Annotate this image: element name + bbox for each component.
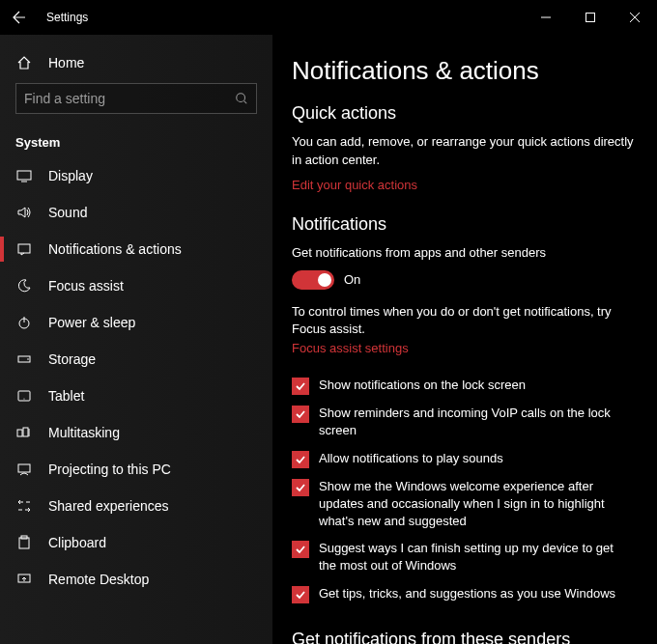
quick-actions-desc: You can add, remove, or rearrange your q… bbox=[292, 133, 634, 170]
checkbox[interactable] bbox=[292, 541, 309, 558]
back-arrow-icon bbox=[12, 10, 27, 25]
checkbox[interactable] bbox=[292, 479, 309, 496]
sidebar-item-display[interactable]: Display bbox=[0, 157, 272, 194]
home-icon bbox=[15, 54, 33, 71]
checkbox[interactable] bbox=[292, 451, 309, 468]
sidebar-item-storage[interactable]: Storage bbox=[0, 341, 272, 378]
checkmark-icon bbox=[295, 408, 306, 420]
svg-rect-10 bbox=[23, 428, 28, 436]
sidebar-item-remote-desktop[interactable]: Remote Desktop bbox=[0, 561, 272, 598]
home-label: Home bbox=[48, 55, 84, 70]
notifications-icon bbox=[15, 240, 33, 258]
sidebar-item-label: Remote Desktop bbox=[48, 572, 149, 587]
edit-quick-actions-link[interactable]: Edit your quick actions bbox=[292, 178, 417, 192]
sidebar-item-sound[interactable]: Sound bbox=[0, 194, 272, 231]
clipboard-icon bbox=[15, 534, 33, 551]
sidebar-item-label: Display bbox=[48, 168, 93, 183]
sidebar-item-label: Notifications & actions bbox=[48, 241, 182, 257]
shared-icon bbox=[15, 497, 33, 515]
sidebar-item-shared-experiences[interactable]: Shared experiences bbox=[0, 488, 272, 524]
sidebar-item-label: Storage bbox=[48, 351, 96, 367]
notifications-toggle[interactable]: On bbox=[292, 270, 634, 290]
check-label: Show me the Windows welcome experience a… bbox=[319, 478, 634, 531]
search-box[interactable] bbox=[15, 83, 257, 114]
checkmark-icon bbox=[295, 380, 306, 392]
notifications-section: Notifications Get notifications from app… bbox=[292, 214, 634, 608]
notifications-title: Notifications bbox=[292, 214, 634, 235]
check-reminders-voip: Show reminders and incoming VoIP calls o… bbox=[292, 400, 634, 444]
svg-point-6 bbox=[27, 358, 29, 360]
display-icon bbox=[15, 167, 33, 184]
check-lock-screen: Show notifications on the lock screen bbox=[292, 372, 634, 400]
quick-actions-title: Quick actions bbox=[292, 103, 634, 124]
window-controls bbox=[524, 0, 657, 35]
checkbox[interactable] bbox=[292, 586, 309, 603]
remote-desktop-icon bbox=[15, 571, 33, 588]
sidebar-item-clipboard[interactable]: Clipboard bbox=[0, 524, 272, 561]
focus-assist-icon bbox=[15, 277, 33, 294]
sidebar-item-label: Focus assist bbox=[48, 278, 124, 294]
toggle-track bbox=[292, 270, 334, 290]
multitasking-icon bbox=[15, 424, 33, 441]
check-label: Allow notifications to play sounds bbox=[319, 450, 503, 467]
checkmark-icon bbox=[295, 454, 306, 465]
home-button[interactable]: Home bbox=[0, 46, 272, 79]
check-label: Show notifications on the lock screen bbox=[319, 377, 526, 394]
svg-rect-11 bbox=[18, 464, 30, 472]
minimize-icon bbox=[540, 12, 552, 23]
sidebar-item-power-sleep[interactable]: Power & sleep bbox=[0, 304, 272, 341]
sidebar-item-label: Multitasking bbox=[48, 425, 120, 440]
sidebar: Home System Display Sound Notifications … bbox=[0, 35, 272, 644]
svg-rect-0 bbox=[586, 14, 595, 22]
sidebar-item-projecting[interactable]: Projecting to this PC bbox=[0, 451, 272, 488]
search-icon bbox=[235, 92, 248, 105]
sound-icon bbox=[15, 204, 33, 221]
toggle-thumb bbox=[318, 273, 331, 287]
tablet-icon bbox=[15, 387, 33, 405]
content-pane: Notifications & actions Quick actions Yo… bbox=[272, 35, 657, 644]
svg-point-8 bbox=[23, 398, 24, 399]
projecting-icon bbox=[15, 461, 33, 478]
search-input[interactable] bbox=[24, 91, 235, 106]
maximize-icon bbox=[585, 12, 596, 23]
check-label: Suggest ways I can finish setting up my … bbox=[319, 540, 634, 574]
check-welcome-experience: Show me the Windows welcome experience a… bbox=[292, 473, 634, 536]
check-play-sounds: Allow notifications to play sounds bbox=[292, 445, 634, 473]
check-label: Show reminders and incoming VoIP calls o… bbox=[319, 405, 634, 439]
sidebar-item-label: Tablet bbox=[48, 388, 84, 404]
sidebar-item-focus-assist[interactable]: Focus assist bbox=[0, 267, 272, 304]
check-label: Get tips, tricks, and suggestions as you… bbox=[319, 585, 615, 602]
power-icon bbox=[15, 314, 33, 331]
focus-assist-hint: To control times when you do or don't ge… bbox=[292, 303, 634, 340]
window-title: Settings bbox=[46, 11, 88, 24]
sidebar-item-label: Projecting to this PC bbox=[48, 462, 171, 477]
toggle-state-label: On bbox=[344, 272, 360, 287]
sidebar-item-notifications[interactable]: Notifications & actions bbox=[0, 231, 272, 267]
sidebar-item-label: Power & sleep bbox=[48, 315, 135, 330]
focus-assist-link[interactable]: Focus assist settings bbox=[292, 341, 409, 355]
checkbox[interactable] bbox=[292, 406, 309, 423]
sidebar-item-multitasking[interactable]: Multitasking bbox=[0, 414, 272, 451]
sidebar-nav: Display Sound Notifications & actions Fo… bbox=[0, 157, 272, 598]
svg-rect-3 bbox=[18, 244, 30, 253]
checkmark-icon bbox=[295, 589, 306, 601]
svg-rect-12 bbox=[19, 538, 29, 548]
sidebar-item-label: Shared experiences bbox=[48, 498, 169, 514]
senders-heading: Get notifications from these senders bbox=[292, 630, 634, 644]
quick-actions-section: Quick actions You can add, remove, or re… bbox=[292, 103, 634, 193]
titlebar: Settings bbox=[0, 0, 657, 35]
check-finish-setup: Suggest ways I can finish setting up my … bbox=[292, 535, 634, 579]
back-button[interactable] bbox=[0, 0, 39, 35]
maximize-button[interactable] bbox=[568, 0, 613, 35]
check-tips-tricks: Get tips, tricks, and suggestions as you… bbox=[292, 580, 634, 608]
checkmark-icon bbox=[295, 544, 306, 555]
checkbox[interactable] bbox=[292, 378, 309, 395]
sidebar-item-label: Sound bbox=[48, 205, 87, 220]
close-button[interactable] bbox=[613, 0, 657, 35]
sidebar-item-tablet[interactable]: Tablet bbox=[0, 378, 272, 414]
minimize-button[interactable] bbox=[524, 0, 568, 35]
svg-rect-2 bbox=[17, 171, 31, 180]
checkmark-icon bbox=[295, 482, 306, 493]
sidebar-item-label: Clipboard bbox=[48, 535, 106, 550]
notifications-toggle-desc: Get notifications from apps and other se… bbox=[292, 244, 634, 263]
